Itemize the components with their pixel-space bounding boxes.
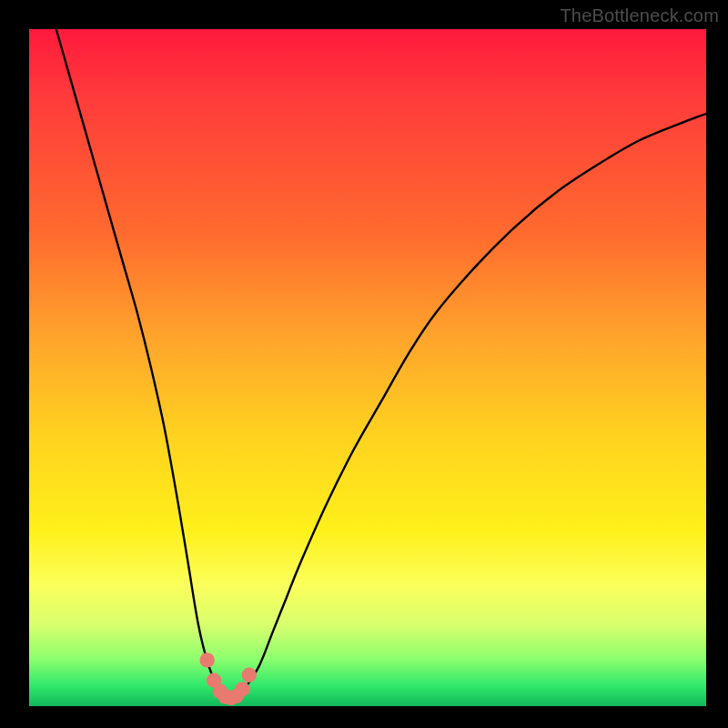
- chart-svg: [29, 29, 706, 706]
- trough-marker: [242, 668, 257, 682]
- watermark-text: TheBottleneck.com: [560, 5, 719, 26]
- trough-marker: [199, 652, 214, 667]
- trough-marker: [235, 682, 249, 696]
- bottleneck-curve: [56, 29, 706, 698]
- chart-frame: TheBottleneck.com: [0, 0, 728, 728]
- chart-plot-area: [29, 29, 706, 706]
- trough-markers: [199, 652, 257, 705]
